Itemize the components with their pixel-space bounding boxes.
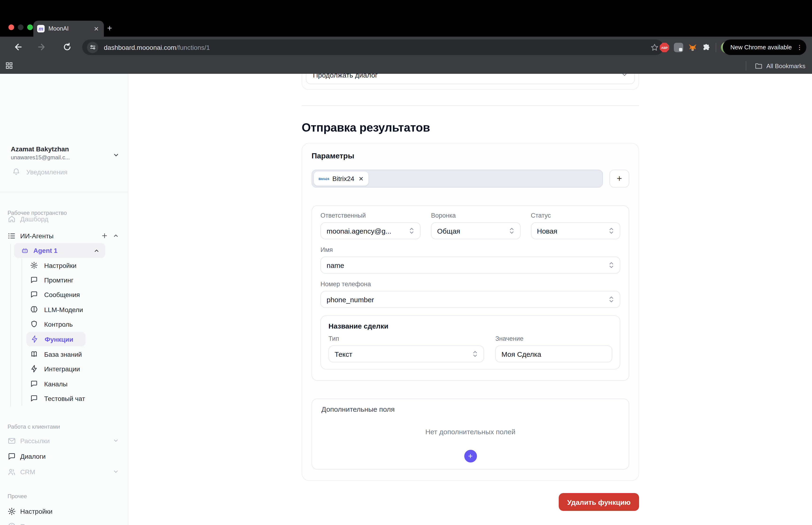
sidebar-item-functions[interactable]: Функции: [26, 332, 86, 346]
sidebar-item-dialogs[interactable]: Диалоги: [0, 449, 128, 463]
main-content: Продолжать диалог Отправка результатов П…: [128, 74, 812, 525]
url-host: dashboard.mooonai.com: [104, 44, 176, 51]
deal-value-text: Моя Сделка: [501, 350, 541, 358]
extension-icon[interactable]: [674, 43, 683, 52]
name-group: Имя name: [321, 246, 620, 273]
tab-close-icon[interactable]: ✕: [93, 25, 100, 32]
bitrix24-chip[interactable]: Bitrix24 Bitrix24 ✕: [314, 171, 368, 186]
remove-chip-icon[interactable]: ✕: [358, 175, 364, 182]
funnel-select[interactable]: Общая: [431, 222, 520, 239]
crm-chevron-down-icon[interactable]: [113, 469, 119, 475]
toolbar-separator: [716, 43, 716, 52]
agent-item-label: Функции: [45, 335, 73, 343]
url-bar[interactable]: dashboard.mooonai.com/functions/1: [82, 40, 663, 55]
funnel-value: Общая: [437, 227, 460, 235]
sidebar: Azamat Bakytzhan unawares15@gmail.c... У…: [0, 74, 128, 525]
minimize-window-button[interactable]: [18, 25, 24, 30]
list-icon: [7, 231, 16, 240]
add-extra-field-button[interactable]: +: [464, 450, 477, 463]
responsible-label: Ответственный: [321, 212, 420, 219]
deal-type-select[interactable]: Текст: [328, 345, 484, 362]
close-window-button[interactable]: [9, 25, 14, 30]
results-card: Параметры Bitrix24 Bitrix24 ✕ + О: [302, 143, 639, 481]
sidebar-item-agent-settings[interactable]: Настройки: [0, 258, 128, 273]
update-chrome-button[interactable]: New Chrome available ⋮: [723, 40, 806, 55]
extra-fields-title: Дополнительные поля: [321, 405, 619, 413]
add-agent-icon[interactable]: [101, 232, 108, 239]
bookmarks-bar: All Bookmarks: [0, 57, 812, 74]
adblock-extension-icon[interactable]: ABP: [660, 43, 669, 52]
bookmarks-separator: [746, 61, 746, 71]
deal-type-group: Тип Текст: [328, 335, 484, 362]
fullscreen-window-button[interactable]: [27, 25, 33, 30]
sidebar-item-crm[interactable]: CRM: [0, 464, 128, 479]
sidebar-item-notifications[interactable]: Уведомления: [0, 165, 128, 179]
extra-fields-empty-text: Нет дополнительных полей: [321, 413, 619, 450]
users-icon: [7, 467, 16, 476]
delete-function-button[interactable]: Удалить функцию: [559, 493, 639, 511]
agent-item-label: Интеграции: [44, 365, 80, 373]
sidebar-item-llm-models[interactable]: LLM-Модели: [0, 302, 128, 317]
all-bookmarks-label: All Bookmarks: [766, 62, 806, 69]
sidebar-item-integrations[interactable]: Интеграции: [0, 361, 128, 376]
deal-type-value: Текст: [335, 350, 352, 358]
all-bookmarks-button[interactable]: All Bookmarks: [746, 61, 806, 71]
sidebar-item-settings[interactable]: Настройки: [0, 504, 128, 519]
continue-dialog-select[interactable]: Продолжать диалог: [306, 74, 635, 84]
deal-fields-card: Ответственный moonai.agency@g... Воронка…: [311, 205, 629, 381]
user-block[interactable]: Azamat Bakytzhan unawares15@gmail.c...: [11, 145, 70, 161]
reload-icon[interactable]: [62, 42, 72, 52]
extensions-row: ABP: [660, 42, 732, 53]
deal-value-input[interactable]: Моя Сделка: [495, 345, 612, 362]
status-label: Статус: [531, 212, 620, 219]
support-label: Поддержка: [20, 522, 55, 525]
bookmark-star-icon[interactable]: [650, 43, 659, 51]
sidebar-item-knowledge-base[interactable]: База знаний: [0, 347, 128, 361]
name-select[interactable]: name: [321, 257, 620, 273]
extensions-puzzle-icon[interactable]: [702, 43, 711, 52]
responsible-select[interactable]: moonai.agency@g...: [321, 222, 420, 239]
sidebar-item-prompting[interactable]: Промтинг: [0, 273, 128, 287]
mailings-chevron-down-icon[interactable]: [113, 438, 119, 444]
sidebar-item-test-chat[interactable]: Тестовый чат: [0, 391, 128, 406]
status-select[interactable]: Новая: [531, 222, 620, 239]
sidebar-item-channels[interactable]: Каналы: [0, 376, 128, 391]
user-name: Azamat Bakytzhan: [11, 145, 70, 153]
sidebar-item-control[interactable]: Контроль: [0, 317, 128, 331]
agents-group-label: ИИ-Агенты: [20, 232, 53, 239]
clients-section-label: Работа с клиентами: [7, 423, 60, 430]
status-value: Новая: [537, 227, 557, 235]
user-chevron-down-icon[interactable]: [113, 152, 119, 159]
back-icon[interactable]: [13, 42, 22, 52]
phone-group: Номер телефона phone_number: [321, 281, 620, 308]
sidebar-item-messages[interactable]: Сообщения: [0, 287, 128, 302]
agent-collapse-icon[interactable]: [93, 247, 99, 254]
sidebar-item-dashboard[interactable]: Дашборд: [0, 211, 128, 226]
browser-toolbar: dashboard.mooonai.com/functions/1 ABP Ne…: [0, 37, 812, 57]
sidebar-item-mailings[interactable]: Рассылки: [0, 433, 128, 448]
sidebar-item-support[interactable]: Поддержка: [0, 519, 128, 525]
chat-bubble-icon: [30, 290, 38, 298]
metamask-extension-icon[interactable]: [688, 43, 698, 52]
forward-icon[interactable]: [37, 42, 47, 52]
sidebar-item-agent-1[interactable]: Agent 1: [14, 243, 105, 258]
agents-collapse-icon[interactable]: [113, 232, 119, 239]
add-integration-button[interactable]: +: [610, 170, 629, 188]
browser-menu-icon[interactable]: ⋮: [796, 44, 802, 51]
select-stepper-icon: [472, 350, 478, 358]
new-tab-button[interactable]: +: [107, 24, 112, 33]
sidebar-group-agents[interactable]: ИИ-Агенты: [0, 228, 128, 243]
site-settings-icon[interactable]: [87, 42, 98, 53]
phone-select[interactable]: phone_number: [321, 291, 620, 308]
agent-item-label: Сообщения: [44, 291, 80, 298]
name-label: Имя: [321, 246, 620, 253]
browser-tab[interactable]: m MoonAI ✕: [33, 21, 104, 37]
select-stepper-icon: [609, 296, 614, 303]
mail-icon: [7, 436, 16, 445]
agent-item-label: Промтинг: [44, 276, 74, 284]
responsible-group: Ответственный moonai.agency@g...: [321, 212, 420, 239]
select-stepper-icon: [409, 227, 414, 235]
integrations-tag-field[interactable]: Bitrix24 Bitrix24 ✕: [311, 170, 603, 188]
url-text: dashboard.mooonai.com/functions/1: [104, 44, 210, 51]
apps-grid-icon[interactable]: [6, 62, 13, 69]
